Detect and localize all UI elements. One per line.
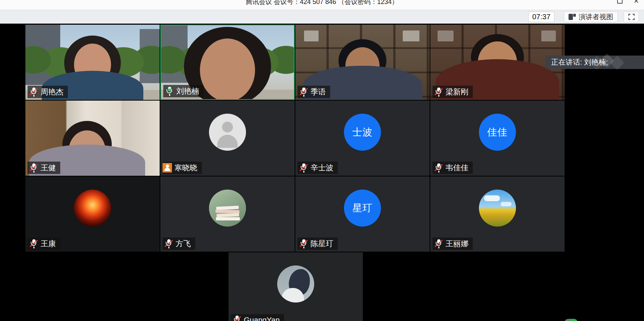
participant-name-tag: 辛士波 [298,162,338,174]
person-silhouette [200,38,255,99]
initials-avatar: 星玎 [344,190,381,227]
participant-name: 辛士波 [311,163,333,173]
mic-muted-icon [299,239,308,248]
participant-tile[interactable]: 王康 [25,176,160,252]
participant-name: 陈星玎 [311,239,333,249]
participant-name: 刘艳楠 [176,86,199,96]
books-avatar [209,190,246,227]
meeting-logo-watermark [588,56,632,69]
maximize-icon[interactable] [617,0,623,4]
speaking-now-banner: 正在讲话: 刘艳楠; [546,56,644,69]
anime-avatar [277,265,314,302]
window-title-bar: 腾讯会议 会议号：424 507 846 （会议密码：1234） ✕ [0,0,644,10]
mic-active-icon [165,86,174,96]
participant-tile[interactable]: 星玎 陈星玎 [295,176,430,252]
mic-muted-icon [434,87,443,97]
initials-avatar: 佳佳 [479,114,516,151]
participant-tile[interactable]: 王健 [25,101,160,176]
participant-name: 寒晓晓 [175,163,197,173]
book-spine [217,213,239,217]
meeting-timer: 07:37 [528,12,554,22]
participant-name: 王健 [41,163,56,173]
mic-muted-icon [29,163,38,172]
explosion-avatar [74,190,111,227]
audio-level-popup [565,319,578,321]
participant-tile[interactable]: 王丽娜 [430,176,565,252]
participant-name-tag: 王健 [28,162,60,174]
window-controls: ✕ [617,0,639,7]
participant-name: 周艳杰 [41,87,63,97]
participant-tile[interactable]: 梁新刚 [430,25,565,100]
book-spine [216,217,240,220]
initials-avatar: 士波 [344,114,381,151]
mic-muted-icon [434,239,443,248]
mic-muted-icon [299,163,308,172]
participant-name: 季语 [311,87,326,97]
participant-tile[interactable]: 方飞 [160,176,295,252]
mic-muted-icon [29,87,38,97]
fullscreen-button[interactable] [624,12,639,22]
fullscreen-icon [628,14,635,20]
default-avatar [209,114,246,151]
close-icon[interactable]: ✕ [633,0,639,7]
participant-name: 王丽娜 [446,239,468,249]
mic-muted-icon [299,87,308,97]
participant-tile[interactable]: GuangYan [229,252,363,321]
participant-name: 韦佳佳 [446,163,468,173]
mic-muted-icon [434,163,443,172]
mic-muted-icon [164,239,173,248]
meeting-toolbar: 07:37 演讲者视图 [0,10,644,24]
mic-muted-icon [29,239,38,248]
participant-name-tag: 季语 [298,86,330,98]
participant-name-tag: 梁新刚 [432,86,473,98]
participant-name-tag: GuangYan [231,314,284,321]
participant-name: 梁新刚 [446,87,468,97]
speaker-view-label: 演讲者视图 [579,12,613,22]
participant-name: GuangYan [244,316,280,321]
participant-name-tag: 韦佳佳 [432,162,473,174]
participant-name-tag: 陈星玎 [298,237,338,250]
participant-name: 方飞 [176,239,191,249]
window-title: 腾讯会议 会议号：424 507 846 （会议密码：1234） [246,0,398,6]
participant-name-tag: 王康 [28,237,60,250]
participant-tile[interactable]: 周艳杰 [25,25,160,100]
speaker-view-button[interactable]: 演讲者视图 [564,12,618,22]
participant-tile[interactable]: 刘艳楠 [160,25,295,100]
participant-name-tag: 方飞 [163,237,195,250]
no-audio-icon [163,163,172,172]
video-grid: 周艳杰 刘艳楠 季语 [0,24,644,321]
participant-name: 王康 [41,239,56,249]
sunflower-avatar [479,190,516,227]
participant-tile[interactable]: 季语 [295,25,430,100]
participant-name-tag: 寒晓晓 [163,162,202,174]
participant-tile[interactable]: 佳佳 韦佳佳 [430,101,565,176]
participant-tile[interactable]: 寒晓晓 [160,101,295,176]
participant-name-tag: 刘艳楠 [163,85,204,97]
participant-name-tag: 王丽娜 [432,237,473,250]
participant-name-tag: 周艳杰 [28,86,68,98]
participant-tile[interactable]: 士波 辛士波 [295,101,430,176]
layout-view-icon [569,14,576,20]
mic-muted-icon [233,315,241,321]
